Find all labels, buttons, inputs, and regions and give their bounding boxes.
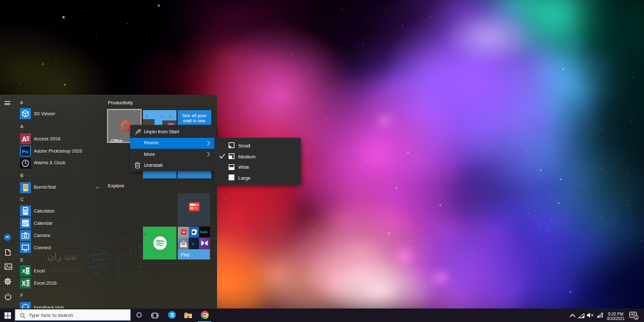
svg-text:h: h [192, 242, 194, 245]
svg-text:1: 1 [636, 316, 638, 319]
svg-text:X: X [22, 280, 26, 287]
svg-text:Ps: Ps [22, 149, 28, 155]
svg-text:X: X [22, 268, 26, 274]
svg-text:A: A [22, 136, 26, 143]
